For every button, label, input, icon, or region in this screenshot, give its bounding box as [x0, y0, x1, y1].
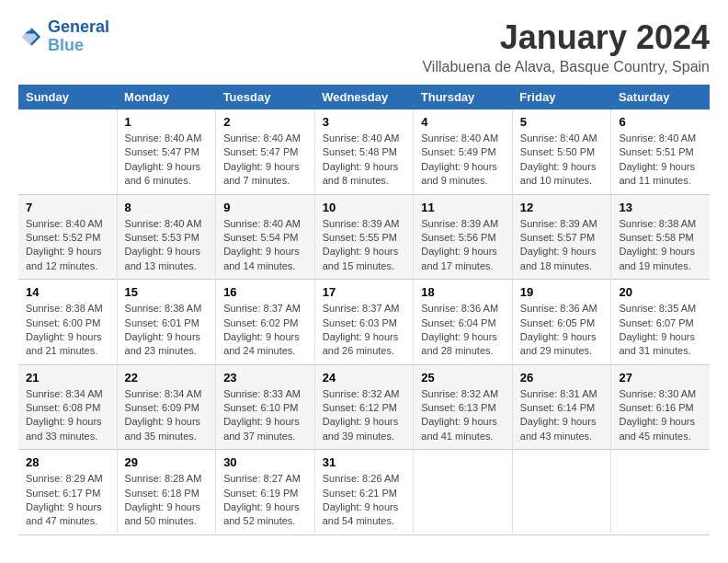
day-info: Sunrise: 8:40 AMSunset: 5:52 PMDaylight:… — [26, 217, 109, 274]
week-row-2: 7Sunrise: 8:40 AMSunset: 5:52 PMDaylight… — [18, 194, 710, 280]
day-info: Sunrise: 8:33 AMSunset: 6:10 PMDaylight:… — [223, 387, 307, 444]
day-number: 30 — [223, 455, 307, 469]
day-cell: 30Sunrise: 8:27 AMSunset: 6:19 PMDayligh… — [216, 450, 315, 535]
day-number: 31 — [323, 455, 406, 469]
day-cell: 12Sunrise: 8:39 AMSunset: 5:57 PMDayligh… — [512, 194, 611, 280]
day-cell: 7Sunrise: 8:40 AMSunset: 5:52 PMDaylight… — [18, 194, 117, 280]
day-info: Sunrise: 8:31 AMSunset: 6:14 PMDaylight:… — [520, 387, 604, 444]
col-header-sunday: Sunday — [18, 85, 117, 109]
day-cell: 16Sunrise: 8:37 AMSunset: 6:02 PMDayligh… — [216, 280, 315, 365]
day-cell: 19Sunrise: 8:36 AMSunset: 6:05 PMDayligh… — [512, 280, 611, 365]
day-info: Sunrise: 8:34 AMSunset: 6:09 PMDaylight:… — [125, 387, 209, 444]
day-number: 24 — [323, 371, 406, 385]
day-info: Sunrise: 8:39 AMSunset: 5:55 PMDaylight:… — [323, 217, 406, 274]
day-number: 6 — [619, 115, 702, 129]
day-info: Sunrise: 8:36 AMSunset: 6:04 PMDaylight:… — [421, 302, 505, 359]
day-number: 9 — [223, 201, 307, 214]
day-number: 11 — [421, 201, 505, 214]
day-number: 2 — [223, 115, 307, 129]
logo-icon — [18, 24, 44, 50]
col-header-saturday: Saturday — [611, 85, 710, 109]
day-number: 8 — [125, 201, 209, 214]
day-cell: 29Sunrise: 8:28 AMSunset: 6:18 PMDayligh… — [117, 450, 216, 535]
day-info: Sunrise: 8:40 AMSunset: 5:54 PMDaylight:… — [223, 217, 307, 274]
header-row: SundayMondayTuesdayWednesdayThursdayFrid… — [18, 85, 710, 109]
day-number: 29 — [125, 455, 209, 469]
logo-text: GeneralBlue — [48, 18, 109, 55]
day-number: 5 — [520, 115, 604, 129]
day-info: Sunrise: 8:34 AMSunset: 6:08 PMDaylight:… — [26, 387, 109, 444]
day-info: Sunrise: 8:40 AMSunset: 5:50 PMDaylight:… — [520, 132, 604, 189]
day-info: Sunrise: 8:40 AMSunset: 5:51 PMDaylight:… — [619, 132, 702, 189]
day-cell: 5Sunrise: 8:40 AMSunset: 5:50 PMDaylight… — [512, 109, 611, 194]
day-number: 26 — [520, 371, 604, 385]
day-cell: 2Sunrise: 8:40 AMSunset: 5:47 PMDaylight… — [216, 109, 315, 194]
day-cell: 9Sunrise: 8:40 AMSunset: 5:54 PMDaylight… — [216, 194, 315, 280]
day-cell: 13Sunrise: 8:38 AMSunset: 5:58 PMDayligh… — [611, 194, 710, 280]
day-cell: 25Sunrise: 8:32 AMSunset: 6:13 PMDayligh… — [414, 364, 513, 450]
col-header-monday: Monday — [117, 85, 216, 109]
day-cell: 21Sunrise: 8:34 AMSunset: 6:08 PMDayligh… — [18, 364, 117, 450]
week-row-1: 1Sunrise: 8:40 AMSunset: 5:47 PMDaylight… — [18, 109, 710, 194]
day-info: Sunrise: 8:30 AMSunset: 6:16 PMDaylight:… — [619, 387, 702, 444]
day-number: 20 — [619, 285, 702, 299]
day-info: Sunrise: 8:39 AMSunset: 5:57 PMDaylight:… — [520, 217, 604, 274]
subtitle: Villabuena de Alava, Basque Country, Spa… — [422, 59, 710, 75]
day-cell: 18Sunrise: 8:36 AMSunset: 6:04 PMDayligh… — [414, 280, 513, 365]
day-number: 25 — [421, 371, 505, 385]
day-number: 1 — [125, 115, 209, 129]
day-cell: 24Sunrise: 8:32 AMSunset: 6:12 PMDayligh… — [314, 364, 414, 450]
day-cell: 31Sunrise: 8:26 AMSunset: 6:21 PMDayligh… — [314, 450, 414, 535]
day-info: Sunrise: 8:40 AMSunset: 5:48 PMDaylight:… — [323, 132, 406, 189]
day-cell — [414, 450, 513, 535]
header: GeneralBlue January 2024 Villabuena de A… — [18, 18, 710, 75]
day-info: Sunrise: 8:35 AMSunset: 6:07 PMDaylight:… — [619, 302, 702, 359]
day-number: 15 — [125, 285, 209, 299]
day-number: 3 — [323, 115, 406, 129]
day-cell: 6Sunrise: 8:40 AMSunset: 5:51 PMDaylight… — [611, 109, 710, 194]
day-info: Sunrise: 8:29 AMSunset: 6:17 PMDaylight:… — [26, 472, 109, 529]
col-header-friday: Friday — [512, 85, 611, 109]
day-info: Sunrise: 8:26 AMSunset: 6:21 PMDaylight:… — [323, 472, 406, 529]
day-info: Sunrise: 8:40 AMSunset: 5:49 PMDaylight:… — [421, 132, 505, 189]
week-row-5: 28Sunrise: 8:29 AMSunset: 6:17 PMDayligh… — [18, 450, 710, 535]
day-cell: 14Sunrise: 8:38 AMSunset: 6:00 PMDayligh… — [18, 280, 117, 365]
day-info: Sunrise: 8:38 AMSunset: 6:00 PMDaylight:… — [26, 302, 109, 359]
day-number: 28 — [26, 455, 109, 469]
day-info: Sunrise: 8:40 AMSunset: 5:47 PMDaylight:… — [223, 132, 307, 189]
day-number: 4 — [421, 115, 505, 129]
day-info: Sunrise: 8:27 AMSunset: 6:19 PMDaylight:… — [223, 472, 307, 529]
day-cell: 1Sunrise: 8:40 AMSunset: 5:47 PMDaylight… — [117, 109, 216, 194]
day-cell: 11Sunrise: 8:39 AMSunset: 5:56 PMDayligh… — [414, 194, 513, 280]
day-cell: 22Sunrise: 8:34 AMSunset: 6:09 PMDayligh… — [117, 364, 216, 450]
day-number: 21 — [26, 371, 109, 385]
day-cell: 10Sunrise: 8:39 AMSunset: 5:55 PMDayligh… — [314, 194, 414, 280]
day-cell: 26Sunrise: 8:31 AMSunset: 6:14 PMDayligh… — [512, 364, 611, 450]
day-cell: 20Sunrise: 8:35 AMSunset: 6:07 PMDayligh… — [611, 280, 710, 365]
day-cell — [18, 109, 117, 194]
calendar-table: SundayMondayTuesdayWednesdayThursdayFrid… — [18, 85, 710, 535]
day-info: Sunrise: 8:32 AMSunset: 6:12 PMDaylight:… — [323, 387, 406, 444]
day-number: 23 — [223, 371, 307, 385]
day-number: 7 — [26, 201, 109, 214]
day-cell: 8Sunrise: 8:40 AMSunset: 5:53 PMDaylight… — [117, 194, 216, 280]
day-info: Sunrise: 8:37 AMSunset: 6:02 PMDaylight:… — [223, 302, 307, 359]
day-cell: 3Sunrise: 8:40 AMSunset: 5:48 PMDaylight… — [314, 109, 414, 194]
col-header-thursday: Thursday — [414, 85, 513, 109]
day-cell: 15Sunrise: 8:38 AMSunset: 6:01 PMDayligh… — [117, 280, 216, 365]
day-cell: 17Sunrise: 8:37 AMSunset: 6:03 PMDayligh… — [314, 280, 414, 365]
day-cell — [512, 450, 611, 535]
day-info: Sunrise: 8:37 AMSunset: 6:03 PMDaylight:… — [323, 302, 406, 359]
day-info: Sunrise: 8:28 AMSunset: 6:18 PMDaylight:… — [125, 472, 209, 529]
day-cell: 27Sunrise: 8:30 AMSunset: 6:16 PMDayligh… — [611, 364, 710, 450]
day-number: 16 — [223, 285, 307, 299]
day-cell — [611, 450, 710, 535]
day-number: 13 — [619, 201, 702, 214]
day-number: 18 — [421, 285, 505, 299]
day-info: Sunrise: 8:38 AMSunset: 5:58 PMDaylight:… — [619, 217, 702, 274]
main-title: January 2024 — [422, 18, 710, 57]
day-info: Sunrise: 8:38 AMSunset: 6:01 PMDaylight:… — [125, 302, 209, 359]
col-header-wednesday: Wednesday — [314, 85, 414, 109]
day-info: Sunrise: 8:32 AMSunset: 6:13 PMDaylight:… — [421, 387, 505, 444]
day-number: 19 — [520, 285, 604, 299]
